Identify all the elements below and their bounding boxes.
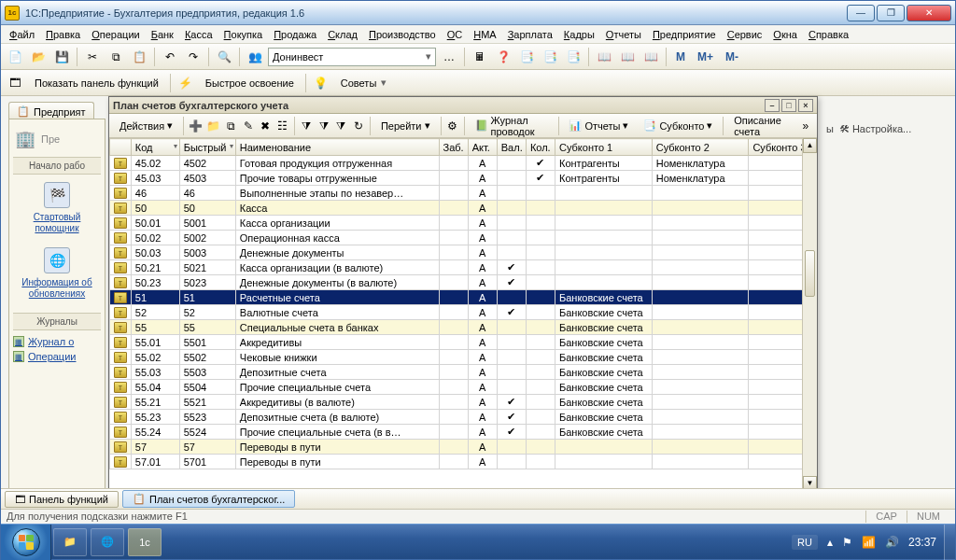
gear-icon[interactable]: ⚙	[444, 116, 460, 136]
calc-icon[interactable]: 🖩	[470, 47, 490, 67]
table-row[interactable]: T4646Выполненные этапы по незавер…А	[110, 186, 817, 201]
menu-0[interactable]: Файл	[5, 27, 39, 41]
task-1c-icon[interactable]: 1c	[128, 528, 162, 556]
menu-2[interactable]: Операции	[87, 27, 144, 41]
menu-14[interactable]: Предприятие	[648, 27, 721, 41]
task-chrome-icon[interactable]: 🌐	[91, 528, 124, 556]
m-minus-button[interactable]: M-	[721, 47, 743, 67]
task-explorer-icon[interactable]: 📁	[53, 528, 87, 556]
table-row[interactable]: T5555Специальные счета в банкахАБанковск…	[110, 320, 817, 335]
copy2-icon[interactable]: ⧉	[223, 116, 239, 136]
stub-a[interactable]: ы	[826, 123, 834, 134]
advice-button[interactable]: Советы▾	[334, 74, 393, 91]
new-icon[interactable]: 📄	[5, 47, 25, 67]
more-icon[interactable]: …	[439, 47, 459, 67]
table-row[interactable]: T45.024502Готовая продукция отгруженнаяА…	[110, 156, 817, 171]
menu-12[interactable]: Кадры	[559, 27, 599, 41]
ref3-icon[interactable]: 📖	[640, 47, 661, 67]
save-icon[interactable]: 💾	[51, 47, 72, 67]
filter2-icon[interactable]: ⧩	[316, 116, 331, 136]
col-header-0[interactable]	[110, 139, 132, 156]
tab-enterprise[interactable]: 📋Предприят	[8, 102, 94, 120]
table-row[interactable]: T5757Переводы в путиА	[110, 440, 817, 455]
hier-icon[interactable]: ☷	[275, 116, 291, 136]
table-row[interactable]: T50.025002Операционная кассаА	[110, 231, 817, 245]
flag-icon[interactable]: ⚑	[842, 536, 852, 549]
settings-link[interactable]: 🛠Настройка...	[839, 123, 911, 134]
inner-more-icon[interactable]: »	[798, 116, 814, 136]
show-panel-button[interactable]: Показать панель функций	[28, 75, 165, 91]
menu-7[interactable]: Склад	[323, 27, 362, 41]
winbar-chart[interactable]: 📋План счетов бухгалтерског...	[122, 490, 295, 508]
m-plus-button[interactable]: M+	[693, 47, 718, 67]
col-header-8[interactable]: Субконто 1	[555, 139, 653, 156]
menu-9[interactable]: ОС	[443, 27, 468, 41]
help-icon[interactable]: ❓	[493, 47, 513, 67]
sidebar-item-1[interactable]: 🌐Информация об обновлениях	[13, 247, 101, 300]
table-row[interactable]: T5252Валютные счетаА✔Банковские счета	[110, 305, 817, 320]
sound-icon[interactable]: 🔊	[885, 536, 899, 549]
sidebar-row-1[interactable]: ▦Операции	[13, 349, 101, 364]
table-row[interactable]: T50.235023Денежные документы (в валюте)А…	[110, 275, 817, 290]
filter3-icon[interactable]: ⧩	[333, 116, 349, 136]
table-row[interactable]: T55.215521Аккредитивы (в валюте)А✔Банков…	[110, 395, 817, 410]
ref2-icon[interactable]: 📖	[617, 47, 638, 67]
quick-learn-button[interactable]: Быстрое освоение	[199, 75, 301, 91]
refresh-icon[interactable]: ↻	[351, 116, 367, 136]
table-row[interactable]: T50.015001Касса организацииА	[110, 216, 817, 231]
goto-button[interactable]: Перейти ▾	[374, 117, 437, 134]
desc-button[interactable]: Описание счета	[727, 112, 795, 140]
col-header-1[interactable]: Код▾	[131, 139, 179, 156]
scroll-thumb[interactable]	[805, 250, 815, 297]
inner-close-button[interactable]: ×	[798, 99, 813, 112]
doc2-icon[interactable]: 📑	[540, 47, 560, 67]
actions-button[interactable]: Действия ▾	[113, 117, 179, 134]
table-row[interactable]: T5050КассаА	[110, 201, 817, 216]
maximize-button[interactable]: ❐	[877, 5, 905, 21]
inner-min-button[interactable]: –	[765, 99, 780, 112]
sidebar-row-0[interactable]: ▦Журнал о	[13, 334, 101, 349]
paste-icon[interactable]: 📋	[129, 47, 149, 67]
menu-10[interactable]: НМА	[469, 27, 500, 41]
table-row[interactable]: T55.035503Депозитные счетаАБанковские сч…	[110, 365, 817, 380]
delete-icon[interactable]: ✖	[258, 116, 274, 136]
scroll-up-icon[interactable]: ▲	[803, 138, 817, 153]
menu-15[interactable]: Сервис	[723, 27, 767, 41]
menu-5[interactable]: Покупка	[219, 27, 268, 41]
doc3-icon[interactable]: 📑	[563, 47, 583, 67]
reports-button[interactable]: 📊Отчеты ▾	[562, 117, 635, 134]
org-icon[interactable]: 👥	[245, 47, 265, 67]
col-header-9[interactable]: Субконто 2	[652, 139, 749, 156]
open-icon[interactable]: 📂	[28, 47, 49, 67]
table-row[interactable]: T50.215021Касса организации (в валюте)А✔	[110, 260, 817, 275]
table-row[interactable]: T50.035003Денежные документыА	[110, 245, 817, 260]
menu-3[interactable]: Банк	[147, 27, 178, 41]
menu-16[interactable]: Окна	[768, 27, 802, 41]
col-header-7[interactable]: Кол.	[526, 139, 555, 156]
m-button[interactable]: M	[671, 47, 690, 67]
col-header-2[interactable]: Быстрый ▾	[179, 139, 235, 156]
lang-indicator[interactable]: RU	[792, 535, 818, 550]
menu-1[interactable]: Правка	[41, 27, 85, 41]
cut-icon[interactable]: ✂	[82, 47, 103, 67]
winbar-panel[interactable]: 🗔Панель функций	[5, 491, 119, 508]
table-row[interactable]: T55.235523Депозитные счета (в валюте)А✔Б…	[110, 410, 817, 425]
filter1-icon[interactable]: ⧩	[299, 116, 315, 136]
inner-max-button[interactable]: □	[781, 99, 796, 112]
subkonto-button[interactable]: 📑Субконто ▾	[637, 117, 719, 134]
menu-17[interactable]: Справка	[804, 27, 853, 41]
scrollbar-vertical[interactable]: ▲ ▼	[802, 138, 817, 491]
menu-8[interactable]: Производство	[364, 27, 441, 41]
ref1-icon[interactable]: 📖	[594, 47, 614, 67]
table-row[interactable]: T57.015701Переводы в путиА	[110, 455, 817, 469]
journal-button[interactable]: 📗Журнал проводок	[469, 112, 555, 140]
menu-4[interactable]: Касса	[180, 27, 218, 41]
table-row[interactable]: T5151Расчетные счетаАБанковские счета	[110, 290, 817, 305]
bulb-icon[interactable]: 💡	[311, 73, 331, 93]
menu-11[interactable]: Зарплата	[503, 27, 557, 41]
col-header-3[interactable]: Наименование	[235, 139, 439, 156]
accounts-grid[interactable]: Код▾Быстрый ▾НаименованиеЗаб.Акт.Вал.Кол…	[109, 138, 817, 506]
redo-icon[interactable]: ↷	[183, 47, 204, 67]
org-combo[interactable]: Донинвест▾	[268, 48, 436, 66]
copy-icon[interactable]: ⧉	[105, 47, 126, 67]
